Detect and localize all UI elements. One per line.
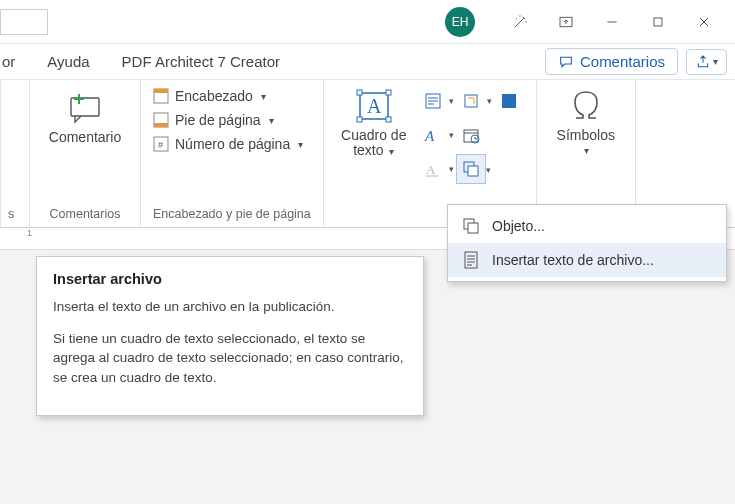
svg-rect-17 (502, 94, 516, 108)
object-icon (462, 217, 480, 235)
tooltip-paragraph-1: Inserta el texto de un archivo en la pub… (53, 297, 407, 317)
new-comment-button[interactable]: Comentario (42, 84, 128, 145)
partial-button[interactable] (5, 84, 17, 90)
ribbon-display-options-icon[interactable] (543, 4, 589, 40)
svg-rect-12 (357, 117, 362, 122)
svg-rect-6 (154, 123, 168, 127)
group-comentarios: Comentario Comentarios (30, 80, 141, 227)
svg-rect-4 (154, 89, 168, 93)
typography-button[interactable]: A▾ (418, 154, 448, 184)
svg-rect-13 (386, 117, 391, 122)
svg-rect-16 (465, 95, 477, 107)
text-file-icon (462, 251, 480, 269)
chevron-down-icon: ▾ (584, 145, 589, 156)
pie-pagina-label: Pie de página (175, 112, 261, 128)
chevron-down-icon: ▾ (269, 115, 274, 126)
empty-cell-2 (494, 154, 524, 184)
empty-cell (494, 120, 524, 150)
wordart-button[interactable]: A▾ (418, 120, 448, 150)
numero-pagina-button[interactable]: # Número de página ▾ (153, 136, 303, 152)
svg-rect-26 (465, 252, 477, 268)
new-comment-label: Comentario (49, 130, 121, 145)
ruler-mark: 1 (27, 228, 32, 238)
numero-pagina-label: Número de página (175, 136, 290, 152)
svg-rect-25 (468, 223, 478, 233)
textbox-label-2: texto (353, 142, 383, 158)
encabezado-button[interactable]: Encabezado ▾ (153, 88, 303, 104)
insert-business-info-button[interactable]: ▾ (456, 86, 486, 116)
page-number-icon: # (153, 136, 169, 152)
tooltip-insertar-archivo: Insertar archivo Inserta el texto de un … (36, 256, 424, 416)
insert-building-blocks-button[interactable]: ▾ (418, 86, 448, 116)
omega-icon (568, 90, 604, 124)
svg-rect-23 (468, 166, 478, 176)
group-comentarios-label: Comentarios (42, 203, 128, 227)
tooltip-body: Inserta el texto de un archivo en la pub… (53, 297, 407, 387)
comments-button[interactable]: Comentarios (545, 48, 678, 75)
svg-text:#: # (158, 140, 163, 150)
textbox-button[interactable]: A Cuadro de texto ▾ (336, 84, 412, 159)
textbox-label-1: Cuadro de (341, 128, 406, 143)
svg-rect-10 (357, 90, 362, 95)
magic-wand-icon[interactable] (497, 4, 543, 40)
insert-object-dropdown: Objeto... Insertar texto de archivo... (447, 204, 727, 282)
menu-item-insertar-texto-archivo[interactable]: Insertar texto de archivo... (448, 243, 726, 277)
close-button[interactable] (681, 4, 727, 40)
chevron-down-icon: ▾ (389, 146, 394, 157)
tab-pdf-architect[interactable]: PDF Architect 7 Creator (120, 47, 282, 76)
group-label-partial: s (5, 203, 17, 227)
tab-partial[interactable]: or (0, 47, 17, 76)
svg-rect-11 (386, 90, 391, 95)
tooltip-paragraph-2: Si tiene un cuadro de texto seleccionado… (53, 329, 407, 388)
quick-access-box[interactable] (0, 9, 48, 35)
group-encabezado-pie: Encabezado ▾ Pie de página ▾ # Número de… (141, 80, 324, 227)
menu-item-insertar-texto-label: Insertar texto de archivo... (492, 252, 654, 268)
dropcap-button[interactable] (494, 86, 524, 116)
menu-item-objeto[interactable]: Objeto... (448, 209, 726, 243)
footer-icon (153, 112, 169, 128)
title-bar: EH (0, 0, 735, 44)
svg-text:A: A (424, 128, 435, 144)
group-encpie-label: Encabezado y pie de página (153, 203, 311, 227)
minimize-button[interactable] (589, 4, 635, 40)
simbolos-label: Símbolos (557, 128, 615, 143)
textbox-icon: A (355, 90, 393, 124)
svg-rect-1 (654, 18, 662, 26)
maximize-button[interactable] (635, 4, 681, 40)
menu-item-objeto-label: Objeto... (492, 218, 545, 234)
user-avatar[interactable]: EH (445, 7, 475, 37)
date-time-button[interactable] (456, 120, 486, 150)
share-button[interactable]: ▾ (686, 49, 727, 75)
svg-text:A: A (426, 162, 436, 177)
comment-plus-icon (65, 90, 105, 126)
ribbon-tabs: or Ayuda PDF Architect 7 Creator Comenta… (0, 44, 735, 80)
comments-button-label: Comentarios (580, 53, 665, 70)
svg-rect-2 (71, 98, 99, 116)
chevron-down-icon: ▾ (713, 56, 718, 67)
text-options-grid: ▾ ▾ A▾ A▾ ▾ (418, 84, 524, 184)
chevron-down-icon: ▾ (261, 91, 266, 102)
pie-pagina-button[interactable]: Pie de página ▾ (153, 112, 303, 128)
simbolos-button[interactable]: Símbolos ▾ (549, 84, 623, 156)
svg-text:A: A (367, 95, 382, 117)
header-icon (153, 88, 169, 104)
tab-ayuda[interactable]: Ayuda (45, 47, 91, 76)
chevron-down-icon: ▾ (298, 139, 303, 150)
insert-object-split-button[interactable]: ▾ (456, 154, 486, 184)
encabezado-label: Encabezado (175, 88, 253, 104)
group-partial-left: s (0, 80, 30, 227)
tooltip-title: Insertar archivo (53, 271, 407, 287)
